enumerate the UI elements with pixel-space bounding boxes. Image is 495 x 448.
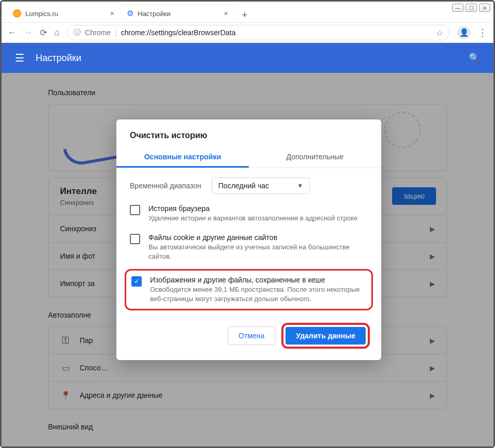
gear-icon: ⚙ xyxy=(127,9,133,18)
url-path: chrome://settings/clearBrowserData xyxy=(121,28,236,37)
tab-title: Настройки xyxy=(138,10,171,18)
toolbar: ← → ⟳ ⌂ ⓘ Chrome | chrome://settings/cle… xyxy=(2,22,493,43)
time-range-row: Временной диапазон Последний час ▼ xyxy=(116,168,381,199)
close-window-button[interactable]: ✕ xyxy=(479,4,490,12)
option-desc: Освободится менее 39,1 МБ пространства. … xyxy=(150,285,366,304)
highlight-confirm: Удалить данные xyxy=(281,323,370,349)
forward-icon[interactable]: → xyxy=(24,27,33,38)
option-desc: Вы автоматически выйдете из учетных запи… xyxy=(148,243,368,261)
new-tab-button[interactable]: + xyxy=(237,8,252,22)
search-icon[interactable]: 🔍 xyxy=(469,52,480,64)
window-controls: — ☐ ✕ xyxy=(452,4,490,12)
hamburger-icon[interactable]: ☰ xyxy=(15,52,24,64)
option-desc: Удаление истории и вариантов автозаполне… xyxy=(148,214,357,223)
minimize-button[interactable]: — xyxy=(452,4,463,12)
time-range-select[interactable]: Последний час ▼ xyxy=(212,177,310,194)
option-cookies[interactable]: Файлы cookie и другие данные сайтов Вы а… xyxy=(116,228,381,266)
site-info-icon[interactable]: ⓘ xyxy=(73,28,81,37)
favicon-icon xyxy=(13,9,21,18)
settings-title: Настройки xyxy=(36,53,81,64)
close-tab-icon[interactable]: × xyxy=(110,9,114,18)
tab-basic[interactable]: Основные настройки xyxy=(116,147,249,168)
option-title: Файлы cookie и другие данные сайтов xyxy=(148,233,368,242)
maximize-button[interactable]: ☐ xyxy=(466,4,477,12)
settings-app-bar: ☰ Настройки 🔍 xyxy=(2,43,493,73)
checkbox-checked[interactable]: ✓ xyxy=(131,276,142,287)
dialog-actions: Отмена Удалить данные xyxy=(116,312,381,351)
option-title: История браузера xyxy=(148,204,357,213)
tab-settings[interactable]: ⚙ Настройки × xyxy=(121,5,234,22)
address-bar[interactable]: ⓘ Chrome | chrome://settings/clearBrowse… xyxy=(67,25,450,40)
url-origin: Chrome xyxy=(85,28,111,37)
option-cache[interactable]: ✓ Изображения и другие файлы, сохраненны… xyxy=(125,269,373,310)
option-title: Изображения и другие файлы, сохраненные … xyxy=(150,276,366,284)
browser-window: — ☐ ✕ Lumpics.ru × ⚙ Настройки × + ← → ⟳… xyxy=(0,0,495,448)
cancel-button[interactable]: Отмена xyxy=(228,326,275,345)
chevron-down-icon: ▼ xyxy=(297,182,303,189)
menu-icon[interactable]: ⋮ xyxy=(478,27,487,38)
clear-data-dialog: Очистить историю Основные настройки Допо… xyxy=(116,120,381,360)
tab-title: Lumpics.ru xyxy=(25,10,58,18)
time-range-label: Временной диапазон xyxy=(130,182,201,190)
home-icon[interactable]: ⌂ xyxy=(54,27,59,38)
dialog-tabs: Основные настройки Дополнительные xyxy=(116,147,381,168)
clear-data-button[interactable]: Удалить данные xyxy=(286,327,366,345)
close-tab-icon[interactable]: × xyxy=(224,9,228,18)
back-icon[interactable]: ← xyxy=(8,27,17,38)
checkbox[interactable] xyxy=(130,234,140,244)
option-history[interactable]: История браузера Удаление истории и вари… xyxy=(116,199,381,228)
dialog-title: Очистить историю xyxy=(116,131,381,147)
profile-avatar[interactable]: 👤 xyxy=(457,26,471,39)
checkbox[interactable] xyxy=(130,205,140,215)
tab-strip: Lumpics.ru × ⚙ Настройки × + xyxy=(2,2,493,22)
tab-advanced[interactable]: Дополнительные xyxy=(249,147,381,168)
tab-lumpics[interactable]: Lumpics.ru × xyxy=(7,5,121,22)
reload-icon[interactable]: ⟳ xyxy=(40,27,47,38)
bookmark-icon[interactable]: ☆ xyxy=(436,28,443,38)
